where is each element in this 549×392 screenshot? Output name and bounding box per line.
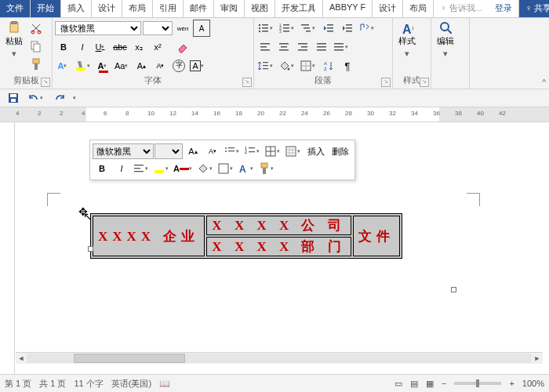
mini-align[interactable]: ▾ xyxy=(132,159,151,178)
horizontal-scrollbar[interactable]: ◄ ► xyxy=(16,352,543,364)
mini-size-select[interactable] xyxy=(155,143,183,159)
mini-numbering[interactable]: 12▾ xyxy=(243,142,263,161)
share-button[interactable]: ♀ 共享 xyxy=(519,0,549,17)
view-read-mode[interactable]: ▤ xyxy=(410,379,418,389)
tab-table-design[interactable]: 设计 xyxy=(373,0,403,17)
tab-mailings[interactable]: 邮件 xyxy=(184,0,214,17)
horizontal-ruler[interactable]: 4224681012141618202224262830323436384042 xyxy=(0,107,549,122)
char-border2-button[interactable]: A▾ xyxy=(189,57,206,74)
mini-borders[interactable]: ▾ xyxy=(216,159,236,178)
copy-button[interactable] xyxy=(27,38,45,55)
document-table[interactable]: XXXX 企业 X X X X 公 司 文件 X X X X 部 门 xyxy=(90,213,402,259)
font-name-select[interactable]: 微软雅黑 xyxy=(55,21,141,35)
zoom-in-button[interactable]: + xyxy=(509,379,514,388)
mini-bold[interactable]: B xyxy=(93,159,111,178)
view-web-layout[interactable]: ▦ xyxy=(426,379,434,389)
tab-review[interactable]: 审阅 xyxy=(214,0,245,17)
mini-highlight[interactable]: ▾ xyxy=(152,159,172,178)
text-effects-button[interactable]: A▾ xyxy=(55,57,72,74)
zoom-out-button[interactable]: − xyxy=(442,379,446,388)
qat-redo-button[interactable] xyxy=(51,89,68,107)
collapse-ribbon-button[interactable]: ^ xyxy=(542,78,546,87)
text-direction-button[interactable]: ▾ xyxy=(358,20,377,37)
strikethrough-button[interactable]: abc xyxy=(111,38,129,56)
tab-developer[interactable]: 开发工具 xyxy=(275,0,323,17)
tab-layout[interactable]: 布局 xyxy=(122,0,153,17)
justify-button[interactable] xyxy=(313,38,330,56)
tab-file[interactable]: 文件 xyxy=(0,0,31,17)
scroll-thumb[interactable] xyxy=(74,354,185,363)
tab-home[interactable]: 开始 xyxy=(31,0,61,17)
zoom-level[interactable]: 100% xyxy=(522,379,544,388)
mini-drawtable[interactable]: ▾ xyxy=(284,142,304,161)
clear-formatting-button[interactable] xyxy=(174,38,191,56)
mini-italic[interactable]: I xyxy=(112,159,131,178)
shrink-font-button[interactable]: A▾ xyxy=(151,57,169,74)
shading-button[interactable]: ▾ xyxy=(278,57,297,74)
mini-bullets[interactable]: ▾ xyxy=(223,142,242,161)
format-painter-button[interactable] xyxy=(27,56,45,73)
qat-save-button[interactable] xyxy=(5,89,22,107)
table-cell-file[interactable]: 文件 xyxy=(353,216,400,256)
borders-button[interactable]: ▾ xyxy=(299,57,318,74)
paste-button[interactable]: 粘贴 ▾ xyxy=(2,20,26,60)
mini-styles[interactable]: A▾ xyxy=(237,159,256,178)
status-words[interactable]: 11 个字 xyxy=(74,378,103,390)
tab-design[interactable]: 设计 xyxy=(92,0,122,17)
cut-button[interactable] xyxy=(27,20,45,37)
mini-insert-menu[interactable]: 插入 xyxy=(304,146,328,158)
table-cell-company-name[interactable]: XXXX 企业 xyxy=(93,216,205,256)
tab-view[interactable]: 视图 xyxy=(245,0,275,17)
italic-button[interactable]: I xyxy=(74,38,91,56)
font-size-select[interactable] xyxy=(143,21,173,35)
status-page[interactable]: 第 1 页 xyxy=(5,378,31,390)
mini-fontcolor[interactable]: A▾ xyxy=(173,159,195,178)
font-dialog-launcher[interactable]: ↘ xyxy=(242,78,252,87)
char-shading-button[interactable]: Aa▾ xyxy=(114,57,131,74)
superscript-button[interactable]: x² xyxy=(149,38,166,56)
styles-dialog-launcher[interactable]: ↘ xyxy=(420,78,429,87)
scroll-left-button[interactable]: ◄ xyxy=(16,354,27,362)
line-spacing-button[interactable]: ▾ xyxy=(256,57,276,74)
editing-button[interactable]: 编辑▾ xyxy=(434,20,457,60)
multilevel-button[interactable]: ▾ xyxy=(299,20,318,37)
table-handle-br[interactable] xyxy=(451,287,456,292)
bullets-button[interactable]: ▾ xyxy=(256,20,276,37)
tell-me[interactable]: ♀ 告诉我... xyxy=(434,0,488,17)
distributed-button[interactable]: ▾ xyxy=(332,38,351,56)
numbering-button[interactable]: 123▾ xyxy=(278,20,297,37)
mini-grow-font[interactable]: A▴ xyxy=(184,142,202,161)
tab-insert[interactable]: 插入 xyxy=(61,0,92,17)
mini-font-select[interactable]: 微软雅黑 xyxy=(93,143,154,159)
qat-customize-button[interactable]: ▾ xyxy=(73,95,78,101)
zoom-slider[interactable] xyxy=(454,382,501,385)
decrease-indent-button[interactable] xyxy=(320,20,337,37)
status-pages[interactable]: 共 1 页 xyxy=(39,378,66,390)
tab-table-layout[interactable]: 布局 xyxy=(403,0,434,17)
mini-delete-menu[interactable]: 删除 xyxy=(329,146,352,158)
mini-formatpainter[interactable]: ▾ xyxy=(257,159,277,178)
highlight-button[interactable]: ▾ xyxy=(74,57,93,74)
view-print-layout[interactable]: ▭ xyxy=(394,379,402,389)
sort-button[interactable]: AZ xyxy=(320,57,337,74)
table-handle-left[interactable] xyxy=(88,246,93,252)
subscript-button[interactable]: x₂ xyxy=(130,38,147,56)
char-border-button[interactable]: A xyxy=(193,20,210,37)
increase-indent-button[interactable] xyxy=(339,20,356,37)
scroll-right-button[interactable]: ► xyxy=(532,354,543,362)
mini-shading[interactable]: ▾ xyxy=(196,159,216,178)
align-right-button[interactable] xyxy=(294,38,311,56)
mini-shrink-font[interactable]: A▾ xyxy=(203,142,222,161)
status-proofing-icon[interactable]: 📖 xyxy=(159,379,170,389)
paragraph-dialog-launcher[interactable]: ↘ xyxy=(381,78,391,87)
show-marks-button[interactable]: ¶ xyxy=(339,57,356,74)
font-color-button[interactable]: A▾ xyxy=(95,57,112,74)
align-left-button[interactable] xyxy=(256,38,274,56)
table-cell-r2[interactable]: X X X X 部 门 xyxy=(206,237,351,256)
tab-references[interactable]: 引用 xyxy=(153,0,184,17)
underline-button[interactable]: U▾ xyxy=(93,38,110,56)
document-area[interactable]: 微软雅黑 A▴ A▾ ▾ 12▾ ▾ ▾ 插入 删除 B I ▾ ▾ A▾ ▾ … xyxy=(0,122,549,381)
status-language[interactable]: 英语(美国) xyxy=(111,378,151,390)
phonetic-guide-button[interactable]: wén xyxy=(174,20,191,37)
vertical-ruler[interactable] xyxy=(0,122,15,381)
